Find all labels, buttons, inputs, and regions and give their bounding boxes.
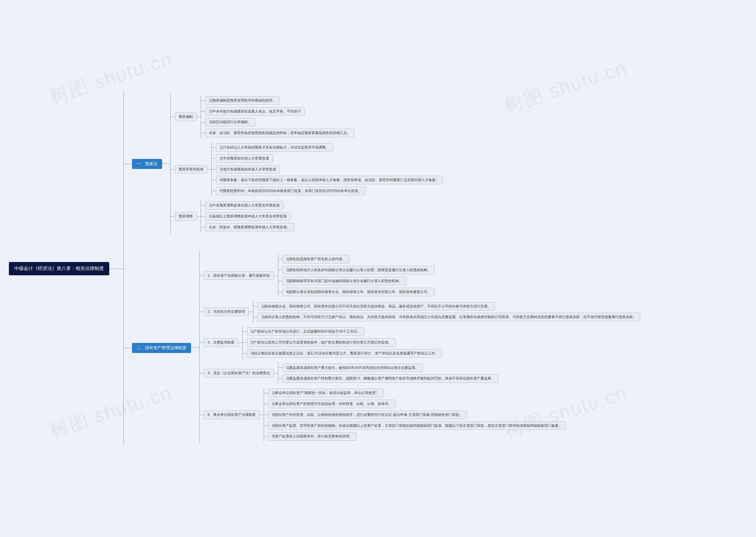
node-budget-review[interactable]: 预算审查和批准: [175, 165, 207, 174]
node-related-party[interactable]: 2、与关联方的交易管理: [204, 308, 249, 316]
leaf-node[interactable]: 3)按其功能进行分类编制。: [205, 118, 255, 126]
leaf-node[interactable]: 3)国有资产对外投资、出租、出借和担保的报批程序：进行必要的可行性论证-提出申请…: [268, 411, 467, 419]
leaf-node[interactable]: 1)预算编制是预算管理程序的基础性程序。: [205, 96, 280, 105]
node-state-owned[interactable]: 1、国有资产有国家出资，属于国家所有: [204, 271, 274, 280]
leaf-node[interactable]: 5)预算批复时间：本级政府20日内向本级各部门批复，各部门收到后15日内向各单位…: [216, 187, 366, 195]
section-budget-law[interactable]: 一、预算法: [132, 159, 162, 169]
node-institutional-assets[interactable]: 5、事业单位国有资产法律制度: [204, 411, 259, 419]
leaf-node[interactable]: 1)国有独资企业、国有独资公司、国有资本控股公司不得无偿向关联方提供资金、商品、…: [258, 302, 495, 311]
leaf-node[interactable]: 3)转让项目自首次披露信息之日起，满12月没有征集到受让方，重新进行审计、资产评…: [247, 349, 442, 358]
leaf-node[interactable]: 4)省、自治区、直辖市政府按照国务院规定的时间，把本级总预算草案报国务院审核汇总…: [205, 129, 354, 137]
leaf-node[interactable]: 3)地方各级预算由本级人大审查批准: [216, 165, 280, 174]
leaf-node[interactable]: 2)国务院和地方人民政府对国家出资企业履行出资人职责，国资委是履行出资人职责的机…: [282, 266, 435, 274]
leaf-node[interactable]: 2)未经出资人职责的机构，不得与关联方订立财产转让、借款协议、为关联方提供担保、…: [258, 313, 641, 321]
leaf-node[interactable]: 4)预算备案：县以下政府的预算下级向上一级备案，县以上的报本级人大备案，国务院将…: [216, 176, 443, 184]
node-budget-adjust[interactable]: 预算调整: [175, 212, 197, 221]
leaf-node[interactable]: 4)国有资产处置。货币性资产损失的核销、价值在限额以上的资产处置，主管部门审核后…: [268, 422, 566, 430]
leaf-node[interactable]: 1)董监高造成国有资产重大损失，被免职5年内不得再担任任何国有出资企业董监高。: [282, 364, 422, 372]
leaf-node[interactable]: 1)产权转让在产权市场公开进行，正式披露时间不得低于20个工作日。: [247, 327, 364, 336]
leaf-node[interactable]: 2)中央预算由全国人大审查批准: [216, 154, 273, 163]
root-node[interactable]: 中级会计《经济法》第八章：相关法律制度: [9, 262, 109, 275]
node-legal-liability[interactable]: 4、违反《企业国有资产法》的法律责任: [204, 369, 274, 378]
leaf-node[interactable]: 2)产权转让原则上不对受让方设置资格条件，由产权交易机构进行意向受让方登记并反馈…: [247, 338, 396, 347]
leaf-node[interactable]: 1)只有经过人大审批的预算才具有法律效力，非经法定程序不得调整。: [216, 143, 333, 152]
leaf-node[interactable]: 2)事业单位国有资产的使用方式包括自用、对外投资、出租、出借、担保等。: [268, 400, 396, 408]
leaf-node[interactable]: 3)国家财政部等有关部门是对金融类国家出资企业履行出资人职责的机构。: [282, 277, 407, 285]
section-state-assets[interactable]: 二、国有资产管理法律制度: [132, 343, 191, 353]
leaf-node[interactable]: 2)董监高造成国有资产特别重大损失，或因贪污、贿赂侵占资产挪用资产破坏市场秩序被…: [282, 374, 499, 383]
leaf-node[interactable]: 1)国务院是国有资产所有权人的代表。: [282, 255, 350, 264]
leaf-node[interactable]: 3)乡、民族乡、镇预算调整提请本级人大审查批准。: [205, 223, 294, 231]
leaf-node[interactable]: 5)资产处置收入归国家所有，实行收支两条线管理。: [268, 432, 357, 441]
leaf-node[interactable]: 1)事业单位国有资产“国家统一所有，政府分级监管，单位占用使用”。: [268, 389, 384, 397]
leaf-node[interactable]: 2)县级以上预算调整提请本级人大常委会审查批准: [205, 212, 291, 221]
leaf-node[interactable]: 2)中央与地方各级预算应该量入未出、收支平衡、不列赤字: [205, 107, 305, 116]
leaf-node[interactable]: 4)国家出资企业包括国有独资企业、国有独资公司、国有资本控股公司、国有资本参股公…: [282, 288, 435, 296]
mindmap-canvas: 中级会计《经济法》第八章：相关法律制度 一、预算法: [0, 0, 756, 537]
leaf-node[interactable]: 1)中央预算调整提请全国人大常委会审查批准: [205, 201, 284, 210]
node-trade-supervision[interactable]: 3、交易监管制度: [204, 338, 238, 347]
node-budget-compile[interactable]: 预算编制: [175, 112, 197, 121]
